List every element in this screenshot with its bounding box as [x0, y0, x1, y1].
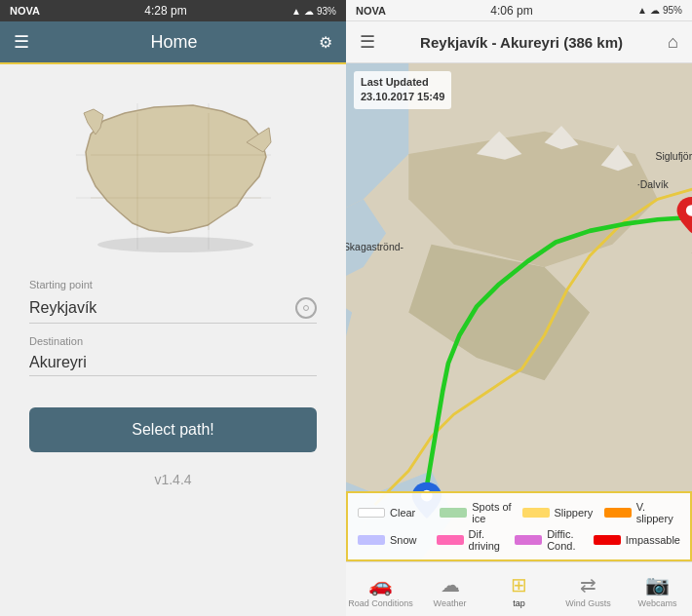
- map-area[interactable]: Siglufjörður ·Dalvík Akureyri Skagaströn…: [346, 63, 692, 561]
- swatch-dif-driving: [437, 535, 464, 545]
- header-right: ☰ Reykjavík - Akureyri (386 km) ⌂: [346, 21, 692, 63]
- time-left: 4:28 pm: [144, 4, 186, 18]
- terrain-svg: Siglufjörður ·Dalvík Akureyri Skagaströn…: [346, 63, 692, 561]
- destination-label: Destination: [29, 335, 317, 347]
- swatch-spots-of-ice: [440, 508, 467, 518]
- nav-road-conditions[interactable]: 🚗 Road Conditions: [346, 573, 415, 608]
- legend-diffic-label: Diffic. Cond.: [547, 528, 588, 552]
- wind-gusts-label: Wind Gusts: [565, 598, 611, 608]
- wind-gusts-icon: ⇄: [580, 573, 596, 597]
- time-right: 4:06 pm: [490, 4, 532, 18]
- road-conditions-label: Road Conditions: [348, 598, 413, 608]
- legend-spots-of-ice: Spots of ice: [440, 501, 516, 524]
- legend-snow-label: Snow: [390, 534, 417, 546]
- svg-text:·Dalvík: ·Dalvík: [637, 179, 670, 190]
- carrier-right: NOVA: [356, 5, 386, 17]
- iceland-map-svg: [66, 94, 281, 259]
- legend-row-2: Snow Dif. driving Diffic. Cond. Impassab…: [358, 528, 680, 552]
- nav-wind-gusts[interactable]: ⇄ Wind Gusts: [554, 573, 623, 608]
- header-left: ☰ Home ⚙: [0, 21, 346, 64]
- swatch-clear: [358, 508, 385, 518]
- legend-bar: Clear Spots of ice Slippery V. slippery: [346, 491, 692, 561]
- weather-icon: ☁: [441, 573, 460, 597]
- nav-webcams[interactable]: 📷 Webcams: [623, 573, 692, 608]
- bottom-nav: 🚗 Road Conditions ☁ Weather ⊞ tap ⇄ Wind…: [346, 561, 692, 616]
- version-label: v1.4.4: [154, 472, 191, 487]
- starting-point-input[interactable]: Reykjavík: [29, 293, 317, 324]
- swatch-v-slippery: [604, 508, 632, 518]
- iceland-map[interactable]: [66, 94, 281, 259]
- gear-icon-left[interactable]: ⚙: [319, 33, 332, 52]
- legend-diffic-cond: Diffic. Cond.: [515, 528, 588, 552]
- destination-section: Destination Akureyri: [29, 335, 317, 376]
- swatch-impassable: [594, 535, 621, 545]
- svg-point-8: [97, 237, 253, 252]
- location-crosshair-icon[interactable]: [295, 297, 317, 319]
- route-title: Reykjavík - Akureyri (386 km): [420, 34, 623, 51]
- carrier-left: NOVA: [10, 5, 40, 17]
- weather-label: Weather: [434, 598, 467, 608]
- legend-clear: Clear: [358, 501, 434, 524]
- select-path-button[interactable]: Select path!: [29, 407, 317, 452]
- legend-impassable-label: Impassable: [626, 534, 680, 546]
- left-content: Starting point Reykjavík Destination Aku…: [0, 64, 346, 616]
- swatch-snow: [358, 535, 385, 545]
- legend-dif-driving: Dif. driving: [437, 528, 510, 552]
- status-bar-right: NOVA 4:06 pm ▲ ☁ 95%: [346, 0, 692, 21]
- legend-slippery: Slippery: [522, 501, 598, 524]
- webcams-label: Webcams: [638, 598, 677, 608]
- tap-icon: ⊞: [511, 573, 527, 597]
- tap-label: tap: [513, 598, 525, 608]
- legend-v-slippery: V. slippery: [604, 501, 680, 524]
- starting-point-section: Starting point Reykjavík: [29, 279, 317, 324]
- last-updated-value: 23.10.2017 15:49: [361, 90, 444, 104]
- nav-tap[interactable]: ⊞ tap: [484, 573, 554, 608]
- legend-slippery-label: Slippery: [555, 507, 594, 519]
- legend-v-slippery-label: V. slippery: [636, 501, 680, 524]
- starting-point-label: Starting point: [29, 279, 317, 290]
- nav-weather[interactable]: ☁ Weather: [415, 573, 484, 608]
- last-updated-box: Last Updated 23.10.2017 15:49: [354, 71, 451, 109]
- svg-text:Skagaströnd-: Skagaströnd-: [346, 242, 404, 252]
- swatch-slippery: [522, 508, 550, 518]
- status-icons-left: ▲ ☁ 93%: [291, 6, 336, 17]
- legend-spots-label: Spots of ice: [472, 501, 516, 524]
- starting-point-value: Reykjavík: [29, 299, 295, 317]
- right-panel: NOVA 4:06 pm ▲ ☁ 95% ☰ Reykjavík - Akure…: [346, 0, 692, 616]
- destination-input[interactable]: Akureyri: [29, 350, 317, 376]
- legend-clear-label: Clear: [390, 507, 415, 519]
- road-conditions-icon: 🚗: [368, 573, 393, 597]
- svg-text:Siglufjörður: Siglufjörður: [655, 151, 692, 162]
- legend-snow: Snow: [358, 528, 431, 552]
- legend-dif-label: Dif. driving: [469, 528, 510, 552]
- left-panel: NOVA 4:28 pm ▲ ☁ 93% ☰ Home ⚙: [0, 0, 346, 616]
- page-title-left: Home: [150, 32, 197, 53]
- home-icon[interactable]: ⌂: [668, 32, 678, 53]
- last-updated-label: Last Updated: [361, 75, 444, 90]
- webcams-icon: 📷: [645, 573, 670, 597]
- status-icons-right: ▲ ☁ 95%: [637, 5, 682, 16]
- legend-impassable: Impassable: [594, 528, 680, 552]
- hamburger-menu-right[interactable]: ☰: [360, 31, 375, 53]
- status-bar-left: NOVA 4:28 pm ▲ ☁ 93%: [0, 0, 346, 21]
- swatch-diffic-cond: [515, 535, 542, 545]
- destination-value: Akureyri: [29, 354, 317, 371]
- hamburger-menu-left[interactable]: ☰: [14, 31, 29, 53]
- legend-row-1: Clear Spots of ice Slippery V. slippery: [358, 501, 680, 524]
